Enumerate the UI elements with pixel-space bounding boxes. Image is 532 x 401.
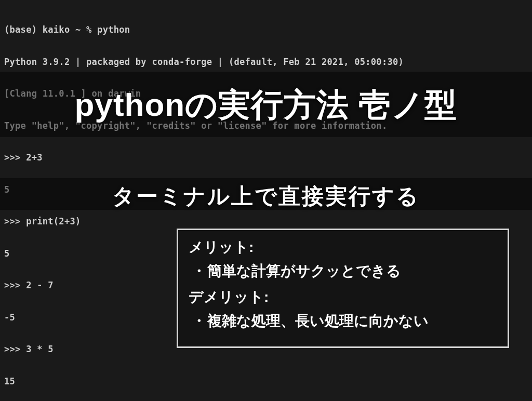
demerit-list: 複雑な処理、長い処理に向かない xyxy=(189,310,497,332)
demerit-heading: デメリット: xyxy=(189,287,497,307)
terminal-line: 15 xyxy=(4,376,528,387)
demerit-item: 複雑な処理、長い処理に向かない xyxy=(192,310,497,332)
terminal-line: >>> 2+3 xyxy=(4,152,528,163)
terminal-line: >>> print(2+3) xyxy=(4,216,528,227)
merit-heading: メリット: xyxy=(189,237,497,257)
slide-subtitle: ターミナル上で直接実行する xyxy=(0,182,532,211)
info-box: メリット: 簡単な計算がサクッとできる デメリット: 複雑な処理、長い処理に向か… xyxy=(177,229,509,348)
slide-title: pythonの実行方法 壱ノ型 xyxy=(0,83,532,127)
merit-item: 簡単な計算がサクッとできる xyxy=(192,260,497,282)
terminal-line: (base) kaiko ~ % python xyxy=(4,24,528,35)
terminal-line: Python 3.9.2 | packaged by conda-forge |… xyxy=(4,57,528,68)
merit-list: 簡単な計算がサクッとできる xyxy=(189,260,497,282)
